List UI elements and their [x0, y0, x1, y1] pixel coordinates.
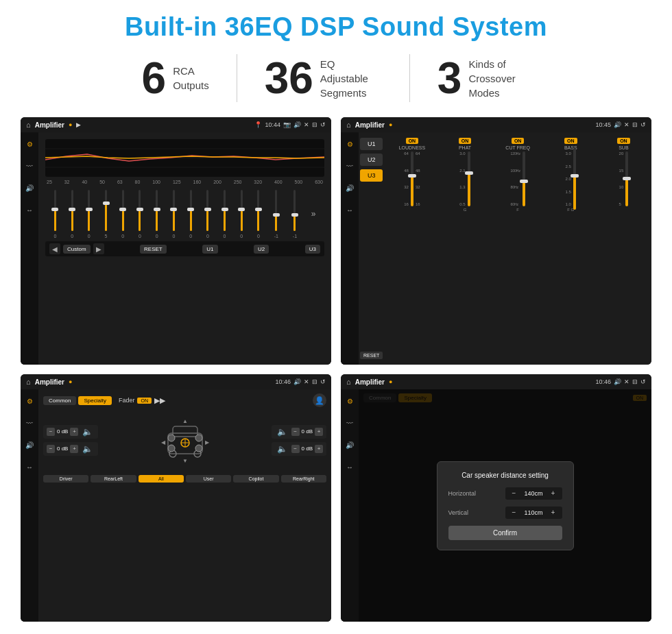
eq-u1-btn[interactable]: U1	[202, 245, 217, 254]
sub-track[interactable]	[625, 151, 628, 206]
tab-specialty-3[interactable]: Specialty	[78, 396, 111, 405]
confirm-btn[interactable]: Confirm	[448, 526, 562, 540]
cutfreq-track[interactable]	[523, 151, 525, 206]
btn-rearright[interactable]: RearRight	[281, 475, 326, 483]
back-icon-3[interactable]: ↺	[320, 378, 326, 385]
x-icon-2[interactable]: ✕	[624, 121, 629, 128]
eq-custom-btn[interactable]: Custom	[63, 245, 91, 254]
home-icon-1[interactable]: ⌂	[26, 121, 31, 129]
dot-icon-4: ●	[389, 378, 392, 385]
vol-icon-3: 🔊	[293, 378, 301, 385]
back-icon-2[interactable]: ↺	[640, 121, 646, 128]
side-icon-eq[interactable]: ⚙	[23, 138, 36, 150]
x-icon-1[interactable]: ✕	[304, 121, 309, 128]
u2-btn[interactable]: U2	[360, 154, 383, 166]
ch-plus-rb[interactable]: +	[315, 445, 323, 453]
x-icon-4[interactable]: ✕	[624, 378, 629, 385]
btn-driver[interactable]: Driver	[43, 475, 88, 483]
side-icon-speaker[interactable]: 🔊	[23, 182, 36, 194]
eq-prev-btn[interactable]: ◀	[49, 243, 60, 254]
eq-slider-10[interactable]: 0	[224, 186, 226, 241]
eq-slider-12[interactable]: 0	[257, 186, 260, 241]
screen-eq: ⌂ Amplifier ● ▶ 📍 10:44 📷 🔊 ✕ ⊟ ↺ ⚙	[21, 117, 331, 365]
side-icon-arr-2[interactable]: ↔	[344, 204, 356, 216]
back-icon-1[interactable]: ↺	[320, 121, 326, 128]
ch-right-bot: 🔈 − 0 dB +	[272, 442, 326, 456]
sub-on[interactable]: ON	[617, 138, 630, 144]
loudness-on[interactable]: ON	[406, 138, 419, 144]
phat-on[interactable]: ON	[459, 138, 472, 144]
ch-minus-rt[interactable]: −	[291, 428, 300, 436]
ch-val-lt: 0 dB	[57, 428, 68, 435]
btn-copilot[interactable]: Copilot	[233, 475, 278, 483]
on-toggle-3[interactable]: ON	[137, 398, 152, 404]
bass-on[interactable]: ON	[564, 138, 577, 144]
eq-slider-14[interactable]: -1	[293, 186, 297, 241]
vertical-label: Vertical	[448, 509, 469, 516]
u3-btn[interactable]: U3	[360, 169, 383, 182]
cross-reset-btn[interactable]: RESET	[360, 352, 383, 359]
side-icon-eq-4[interactable]: ⚙	[344, 395, 356, 407]
vertical-plus[interactable]: +	[549, 508, 558, 517]
side-icon-wave-4[interactable]: 〰	[344, 417, 356, 429]
eq-u3-btn[interactable]: U3	[305, 245, 320, 254]
win-icon-4[interactable]: ⊟	[632, 378, 638, 385]
eq-slider-13[interactable]: -1	[274, 186, 278, 241]
horizontal-plus[interactable]: +	[549, 489, 558, 498]
cutfreq-on[interactable]: ON	[512, 138, 525, 144]
btn-rearleft[interactable]: RearLeft	[91, 475, 136, 483]
ch-plus-lt[interactable]: +	[70, 428, 78, 436]
win-icon-1[interactable]: ⊟	[312, 121, 317, 128]
side-icon-arrows[interactable]: ↔	[23, 204, 36, 216]
bass-track[interactable]	[573, 148, 576, 210]
win-icon-3[interactable]: ⊟	[312, 378, 317, 385]
vertical-minus[interactable]: −	[509, 508, 519, 517]
side-icon-wave[interactable]: 〰	[23, 160, 36, 172]
side-icon-sp-2[interactable]: 🔊	[344, 182, 356, 194]
side-icon-wave-2[interactable]: 〰	[344, 160, 356, 172]
cross-col-loudness: ON LOUDNESS 64483216 64483216	[387, 138, 437, 359]
x-icon-3[interactable]: ✕	[304, 378, 309, 385]
eq-reset-btn[interactable]: RESET	[140, 245, 167, 254]
eq-u2-btn[interactable]: U2	[254, 245, 269, 254]
back-icon-4[interactable]: ↺	[640, 378, 646, 385]
loudness-track[interactable]	[411, 151, 413, 206]
btn-user[interactable]: User	[186, 475, 231, 483]
eq-slider-2[interactable]: 0	[88, 186, 91, 241]
side-icon-sp-3[interactable]: 🔊	[23, 439, 36, 451]
ch-plus-lb[interactable]: +	[70, 445, 78, 453]
eq-slider-0[interactable]: 0	[53, 186, 56, 241]
ch-minus-rb[interactable]: −	[291, 445, 300, 453]
eq-slider-3[interactable]: 5	[105, 186, 108, 241]
side-icon-sp-4[interactable]: 🔊	[344, 439, 356, 451]
win-icon-2[interactable]: ⊟	[632, 121, 638, 128]
side-icon-eq-2[interactable]: ⚙	[344, 138, 356, 150]
side-icon-wave-3[interactable]: 〰	[23, 417, 36, 429]
eq-slider-5[interactable]: 0	[139, 186, 141, 241]
tab-common-3[interactable]: Common	[43, 396, 76, 405]
home-icon-2[interactable]: ⌂	[346, 121, 351, 129]
eq-slider-1[interactable]: 0	[71, 186, 73, 241]
ch-minus-lb[interactable]: −	[47, 445, 55, 453]
home-icon-3[interactable]: ⌂	[26, 378, 31, 386]
u1-btn[interactable]: U1	[360, 138, 383, 150]
eq-slider-6[interactable]: 0	[156, 186, 158, 241]
eq-slider-7[interactable]: 0	[172, 186, 175, 241]
user-icon-3[interactable]: 👤	[313, 393, 326, 407]
ch-minus-lt[interactable]: −	[47, 428, 55, 436]
eq-slider-8[interactable]: 0	[189, 186, 192, 241]
home-icon-4[interactable]: ⌂	[346, 378, 351, 386]
eq-slider-4[interactable]: 0	[121, 186, 124, 241]
eq-next-icon[interactable]: »	[311, 209, 316, 219]
side-icon-arr-3[interactable]: ↔	[23, 461, 36, 473]
ch-plus-rt[interactable]: +	[315, 428, 323, 436]
btn-all[interactable]: All	[139, 475, 184, 483]
horizontal-minus[interactable]: −	[509, 489, 519, 498]
side-icon-eq-3[interactable]: ⚙	[23, 395, 36, 407]
eq-slider-11[interactable]: 0	[240, 186, 243, 241]
eq-bottom-bar: ◀ Custom ▶ RESET U1 U2 U3	[45, 241, 324, 256]
phat-track[interactable]	[468, 151, 470, 206]
eq-slider-9[interactable]: 0	[206, 186, 209, 241]
side-icon-arr-4[interactable]: ↔	[344, 461, 356, 473]
eq-next-btn[interactable]: ▶	[93, 243, 104, 254]
